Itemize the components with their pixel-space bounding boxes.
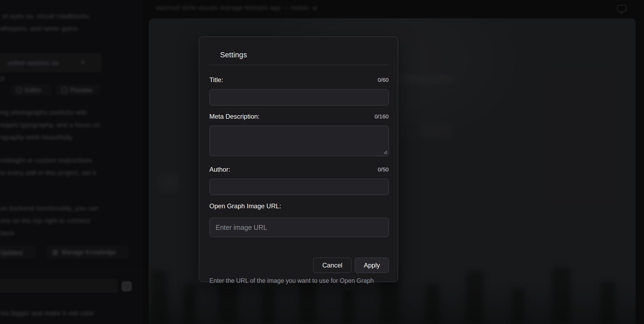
meta-description-label: Meta Description: <box>209 113 260 120</box>
dialog-divider <box>209 65 388 65</box>
og-image-url-input[interactable] <box>209 218 389 237</box>
og-image-url-helper: Enter the URL of the image you want to u… <box>209 277 374 284</box>
apply-button[interactable]: Apply <box>355 258 389 273</box>
cancel-button[interactable]: Cancel <box>313 258 352 273</box>
title-input[interactable] <box>209 89 389 105</box>
app-screen: earched skills visuals manage formatio a… <box>0 0 644 324</box>
og-image-url-label: Open Graph Image URL: <box>209 202 281 210</box>
author-char-counter: 0/50 <box>378 166 389 173</box>
settings-dialog: Settings Title: 0/60 Meta Description: 0… <box>199 37 398 282</box>
meta-description-textarea[interactable] <box>209 126 389 156</box>
author-label: Author: <box>209 166 230 173</box>
dialog-title: Settings <box>220 51 247 59</box>
author-input[interactable] <box>209 179 389 195</box>
title-char-counter: 0/60 <box>378 77 389 83</box>
meta-description-char-counter: 0/160 <box>374 113 389 120</box>
title-label: Title: <box>209 76 223 84</box>
